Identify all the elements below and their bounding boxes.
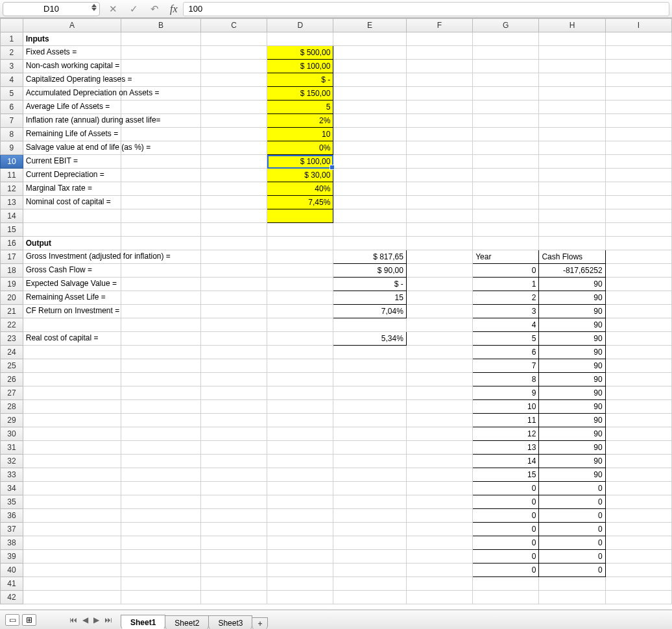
cell[interactable]: [23, 441, 121, 455]
cell[interactable]: [200, 182, 267, 196]
cell[interactable]: [605, 141, 671, 155]
cell[interactable]: [605, 468, 671, 482]
cell[interactable]: [406, 182, 472, 196]
cf-value[interactable]: 0: [539, 509, 605, 523]
row-header-24[interactable]: 24: [1, 346, 23, 359]
cell[interactable]: [121, 400, 201, 414]
cf-value[interactable]: 0: [539, 550, 605, 564]
row-header-6[interactable]: 6: [1, 101, 23, 114]
cell[interactable]: [406, 346, 472, 359]
row-header-42[interactable]: 42: [1, 591, 23, 604]
row-header-14[interactable]: 14: [1, 209, 23, 223]
row-header-2[interactable]: 2: [1, 46, 23, 60]
cell[interactable]: [23, 482, 121, 495]
row-header-13[interactable]: 13: [1, 196, 23, 209]
cell[interactable]: [121, 196, 201, 209]
cell[interactable]: [121, 155, 201, 169]
cf-value[interactable]: 90: [539, 373, 605, 386]
col-header-A[interactable]: A: [23, 19, 121, 32]
cell[interactable]: [333, 141, 407, 155]
cf-value[interactable]: 90: [539, 278, 605, 291]
cell[interactable]: [200, 564, 267, 577]
cf-year[interactable]: 0: [473, 523, 539, 536]
cell[interactable]: [406, 114, 472, 128]
cell[interactable]: [605, 373, 671, 386]
cell[interactable]: [473, 141, 539, 155]
cell[interactable]: [200, 536, 267, 550]
cell[interactable]: [121, 523, 201, 536]
cell[interactable]: [473, 114, 539, 128]
cell[interactable]: Gross Investment (adjusted for inflation…: [23, 250, 121, 264]
cell[interactable]: [539, 577, 605, 591]
cell[interactable]: [200, 414, 267, 427]
input-value[interactable]: 2%: [267, 114, 333, 128]
cell[interactable]: Gross Cash Flow =: [23, 264, 121, 278]
cell[interactable]: [333, 468, 407, 482]
cf-value[interactable]: 0: [539, 482, 605, 495]
cell[interactable]: [406, 223, 472, 237]
cell[interactable]: Remaining Life of Assets =: [23, 128, 121, 141]
cell[interactable]: [121, 32, 201, 46]
row-header-38[interactable]: 38: [1, 536, 23, 550]
cell[interactable]: [605, 359, 671, 373]
first-sheet-icon[interactable]: ⏮: [67, 615, 79, 624]
cell[interactable]: [200, 32, 267, 46]
cell[interactable]: [267, 223, 333, 237]
cell[interactable]: Capitalized Operating leases =: [23, 73, 121, 87]
cell[interactable]: [333, 196, 407, 209]
row-header-21[interactable]: 21: [1, 305, 23, 318]
cell[interactable]: [539, 237, 605, 250]
cell[interactable]: [23, 373, 121, 386]
cell[interactable]: [121, 414, 201, 427]
cf-value[interactable]: 90: [539, 359, 605, 373]
select-all-corner[interactable]: [1, 19, 23, 32]
cell[interactable]: [121, 169, 201, 182]
output-title[interactable]: Output: [23, 237, 121, 250]
cell[interactable]: [605, 278, 671, 291]
cell[interactable]: [200, 46, 267, 60]
cell[interactable]: [605, 386, 671, 400]
cf-year[interactable]: 0: [473, 564, 539, 577]
cell[interactable]: [605, 46, 671, 60]
cell[interactable]: [23, 495, 121, 509]
cell[interactable]: [121, 468, 201, 482]
cell[interactable]: [121, 550, 201, 564]
cell[interactable]: [539, 87, 605, 101]
cell[interactable]: [200, 386, 267, 400]
cell[interactable]: [539, 114, 605, 128]
cell[interactable]: Average Life of Assets =: [23, 101, 121, 114]
cell[interactable]: [200, 455, 267, 468]
row-header-41[interactable]: 41: [1, 577, 23, 591]
cell[interactable]: [406, 441, 472, 455]
row-header-19[interactable]: 19: [1, 278, 23, 291]
cell[interactable]: [200, 318, 267, 332]
cell[interactable]: [200, 264, 267, 278]
row-header-25[interactable]: 25: [1, 359, 23, 373]
cell[interactable]: [473, 577, 539, 591]
cell[interactable]: [333, 101, 407, 114]
cell[interactable]: [539, 73, 605, 87]
cell[interactable]: [267, 332, 333, 346]
cell[interactable]: [23, 386, 121, 400]
cell[interactable]: [333, 509, 407, 523]
cell[interactable]: [121, 305, 201, 318]
cell[interactable]: [539, 182, 605, 196]
cell[interactable]: [333, 400, 407, 414]
cell[interactable]: [539, 223, 605, 237]
output-value[interactable]: $ 817,65: [333, 250, 407, 264]
input-value[interactable]: $ 100,00: [267, 155, 333, 169]
cell[interactable]: [121, 441, 201, 455]
cell[interactable]: [406, 427, 472, 441]
cell[interactable]: [539, 128, 605, 141]
cell[interactable]: [605, 455, 671, 468]
cell[interactable]: [23, 536, 121, 550]
input-value[interactable]: $ 100,00: [267, 60, 333, 73]
cell[interactable]: [605, 523, 671, 536]
cell[interactable]: [267, 591, 333, 604]
cell[interactable]: [121, 237, 201, 250]
cell[interactable]: [267, 482, 333, 495]
cell[interactable]: [267, 550, 333, 564]
cf-value[interactable]: 90: [539, 346, 605, 359]
output-value[interactable]: $ -: [333, 278, 407, 291]
cf-value[interactable]: 0: [539, 523, 605, 536]
